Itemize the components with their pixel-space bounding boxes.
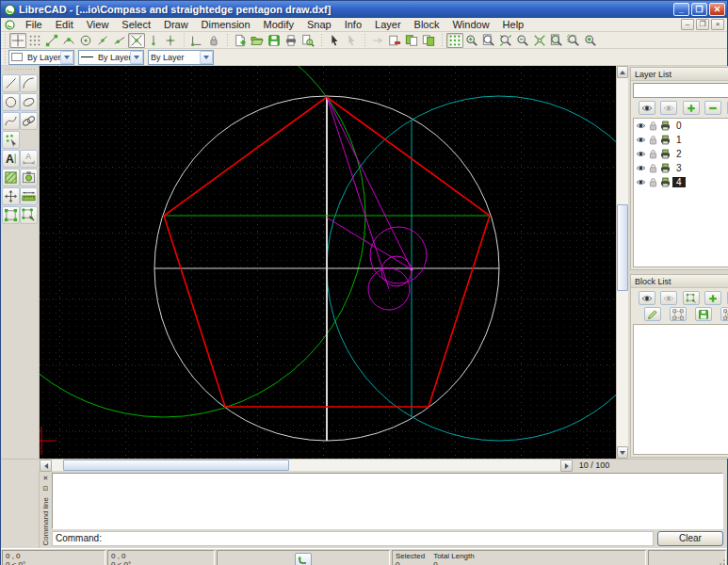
maximize-button[interactable]: ❐: [691, 3, 707, 16]
layer-eye-off-button[interactable]: [660, 101, 677, 115]
hscroll-track[interactable]: [52, 460, 560, 471]
restrict-orthogonal-button[interactable]: [188, 33, 205, 48]
toolbar-grip[interactable]: [319, 34, 323, 46]
toolbar-grip[interactable]: [182, 34, 186, 46]
zoom-redraw-button[interactable]: [548, 33, 565, 48]
zoom-auto-button[interactable]: [497, 33, 514, 48]
layer-eye-button[interactable]: [639, 101, 655, 115]
menu-layer[interactable]: Layer: [368, 18, 408, 31]
block-file-save-button[interactable]: [695, 307, 712, 321]
select-pointer-button[interactable]: [326, 33, 343, 48]
toolbar-grip[interactable]: [225, 34, 229, 46]
layer-plus-button[interactable]: [683, 101, 700, 115]
menu-draw[interactable]: Draw: [157, 18, 195, 31]
modify-move-button[interactable]: [2, 187, 20, 205]
menu-file[interactable]: File: [19, 18, 49, 31]
mdi-minimize-button[interactable]: –: [681, 19, 694, 30]
restrict-vertical-button[interactable]: [145, 33, 162, 48]
lock-relative-zero-button[interactable]: [205, 33, 222, 48]
toolbar-grip[interactable]: [3, 51, 7, 63]
window-close-button[interactable]: [386, 33, 403, 48]
draw-arc-button[interactable]: [20, 74, 38, 92]
width-combo[interactable]: By Layer: [78, 50, 144, 65]
menu-modify[interactable]: Modify: [257, 18, 300, 31]
toolbar-grip[interactable]: [3, 34, 7, 46]
window-cascade-button[interactable]: [403, 33, 420, 48]
block-block-small-button[interactable]: [683, 291, 700, 305]
clear-button[interactable]: Clear: [657, 531, 723, 546]
mdi-close-button[interactable]: ×: [711, 19, 724, 30]
block-list[interactable]: [633, 324, 728, 455]
block-frame-add-button[interactable]: [720, 307, 728, 321]
draw-polyline-button[interactable]: [20, 112, 38, 130]
zoom-in-button[interactable]: [463, 33, 480, 48]
file-print-button[interactable]: [283, 33, 299, 48]
chevron-down-icon[interactable]: [200, 51, 213, 64]
draw-mtext-button[interactable]: A: [2, 150, 20, 168]
layer-row-3[interactable]: 3: [634, 161, 728, 175]
resize-grip[interactable]: [715, 558, 725, 565]
snap-middle-button[interactable]: [94, 33, 111, 48]
linetype-combo[interactable]: By Layer: [148, 50, 214, 65]
zoom-page-button[interactable]: [480, 33, 497, 48]
layer-minus-button[interactable]: [704, 101, 721, 115]
file-new-button[interactable]: [232, 33, 249, 48]
zoom-pan-button[interactable]: [582, 33, 599, 48]
menu-help[interactable]: Help: [496, 18, 531, 31]
deselect-pointer-button[interactable]: [343, 33, 360, 48]
toolbar-grip[interactable]: [440, 34, 444, 46]
scroll-right-button[interactable]: [560, 460, 573, 472]
block-panel-titlebar[interactable]: Block List ⊡✕: [631, 275, 728, 288]
draw-point-button[interactable]: [2, 131, 20, 149]
draw-image-button[interactable]: [20, 169, 38, 186]
snap-free-button[interactable]: [9, 33, 26, 48]
snap-endpoint-button[interactable]: [43, 33, 60, 48]
zoom-previous-button[interactable]: [531, 33, 548, 48]
scroll-left-button[interactable]: [40, 460, 52, 472]
scroll-up-button[interactable]: [617, 66, 628, 78]
draw-circle-button[interactable]: [2, 93, 20, 111]
file-save-button[interactable]: [266, 33, 283, 48]
snap-grid-button[interactable]: [26, 33, 43, 48]
menu-info[interactable]: Info: [338, 18, 368, 31]
file-open-button[interactable]: [249, 33, 266, 48]
measure-distance-button[interactable]: [20, 187, 38, 205]
chevron-down-icon[interactable]: [130, 51, 143, 64]
block-eye-off-button[interactable]: [660, 291, 677, 305]
draw-hatch-button[interactable]: [2, 169, 20, 186]
hscroll-thumb[interactable]: [63, 460, 289, 471]
draw-line-button[interactable]: [2, 74, 20, 92]
command-history[interactable]: [52, 473, 723, 529]
block-frame-button[interactable]: [670, 307, 687, 321]
dock-handle[interactable]: [5, 68, 35, 71]
layer-row-1[interactable]: 1: [634, 133, 728, 147]
snap-center-button[interactable]: [77, 33, 94, 48]
zoom-out-button[interactable]: [514, 33, 531, 48]
print-preview-button[interactable]: [299, 33, 316, 48]
menu-view[interactable]: View: [80, 18, 116, 31]
command-dock-close-button[interactable]: ✕: [41, 473, 51, 482]
block-insert-button[interactable]: [20, 206, 38, 224]
draw-dimension-button[interactable]: A: [20, 150, 38, 168]
block-create-button[interactable]: [2, 206, 20, 224]
canvas-vertical-scrollbar[interactable]: [616, 66, 628, 459]
vscroll-thumb[interactable]: [617, 204, 628, 291]
grid-toggle-button[interactable]: [446, 33, 463, 48]
close-button[interactable]: ✕: [709, 3, 725, 16]
layer-panel-titlebar[interactable]: Layer List ⊡✕: [631, 68, 728, 81]
draw-ellipse-button[interactable]: [20, 93, 38, 111]
block-pen-button[interactable]: [644, 307, 661, 321]
zoom-window-button[interactable]: [565, 33, 582, 48]
layer-row-2[interactable]: 2: [634, 147, 728, 161]
layer-row-4[interactable]: 4: [634, 175, 728, 189]
drawing-canvas[interactable]: [40, 66, 616, 459]
menu-window[interactable]: Window: [445, 18, 495, 31]
menu-select[interactable]: Select: [115, 18, 157, 31]
menu-snap[interactable]: Snap: [300, 18, 338, 31]
menu-edit[interactable]: Edit: [49, 18, 80, 31]
mdi-restore-button[interactable]: ❐: [696, 19, 709, 30]
menu-dimension[interactable]: Dimension: [195, 18, 257, 31]
draw-order-button[interactable]: [369, 33, 386, 48]
scroll-down-button[interactable]: [617, 446, 628, 459]
minimize-button[interactable]: _: [673, 3, 689, 16]
